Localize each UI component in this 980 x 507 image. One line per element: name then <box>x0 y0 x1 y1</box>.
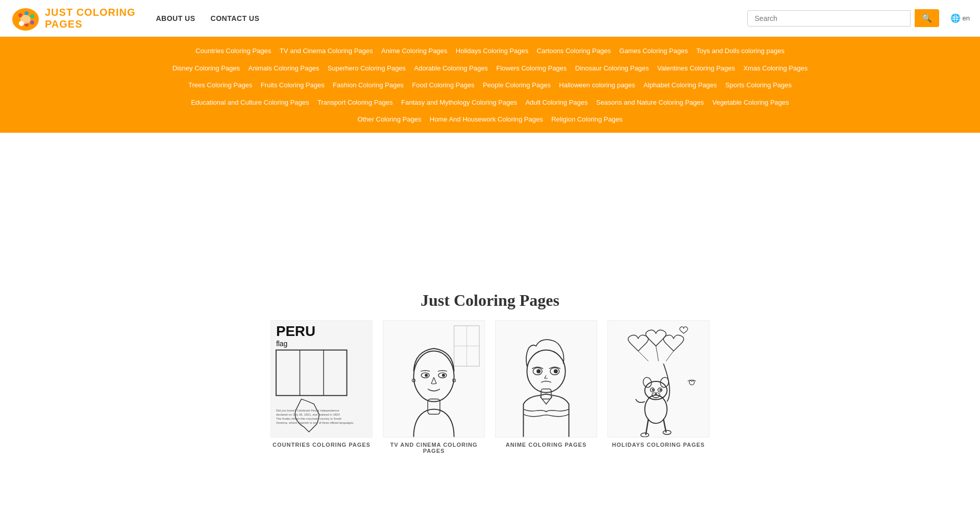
search-button[interactable]: 🔍 <box>915 9 939 27</box>
language-selector[interactable]: 🌐 en <box>950 13 970 23</box>
svg-rect-10 <box>276 350 347 396</box>
card-anime[interactable]: ANIME COLORING PAGES <box>495 320 597 454</box>
woman-portrait-svg <box>383 321 484 437</box>
bluey-balloons-svg <box>608 321 709 437</box>
svg-point-3 <box>30 14 34 18</box>
svg-rect-17 <box>383 321 484 437</box>
nav-other[interactable]: Other Coloring Pages <box>357 115 421 123</box>
svg-point-2 <box>24 11 29 15</box>
orange-nav: Countries Coloring Pages TV and Cinema C… <box>0 37 980 133</box>
nav-food[interactable]: Food Coloring Pages <box>412 81 474 89</box>
card-anime-label: ANIME COLORING PAGES <box>506 442 587 448</box>
nav-row-2: Disney Coloring Pages Animals Coloring P… <box>10 59 970 77</box>
anime-boy-svg <box>496 321 597 437</box>
nav-transport[interactable]: Transport Coloring Pages <box>317 99 393 106</box>
nav-sports[interactable]: Sports Coloring Pages <box>725 81 792 89</box>
nav-disney[interactable]: Disney Coloring Pages <box>173 64 240 72</box>
main-title: Just Coloring Pages <box>0 291 980 310</box>
nav-row-3: Trees Coloring Pages Fruits Coloring Pag… <box>10 76 970 93</box>
svg-point-34 <box>536 369 541 373</box>
svg-point-46 <box>659 389 662 391</box>
logo-link[interactable]: JUST COLORING PAGES <box>10 4 135 32</box>
cards-grid: PERU flag Did you know? Celebrate Peru's… <box>0 320 980 474</box>
nav-xmas[interactable]: Xmas Coloring Pages <box>743 64 807 72</box>
nav-fashion[interactable]: Fashion Coloring Pages <box>333 81 404 89</box>
nav-dinosaur[interactable]: Dinosaur Coloring Pages <box>575 64 649 72</box>
nav-religion[interactable]: Religion Coloring Pages <box>551 115 622 123</box>
nav-toys-dolls[interactable]: Toys and Dolls coloring pages <box>696 47 785 55</box>
search-input[interactable] <box>747 10 911 27</box>
nav-adult[interactable]: Adult Coloring Pages <box>525 99 587 106</box>
nav-row-5: Other Coloring Pages Home And Housework … <box>10 110 970 128</box>
ad-area <box>0 133 980 276</box>
nav-trees[interactable]: Trees Coloring Pages <box>188 81 252 89</box>
nav-vegetable[interactable]: Vegetable Coloring Pages <box>712 99 789 106</box>
globe-icon: 🌐 <box>950 13 961 23</box>
card-tv-cinema-label: TV AND CINEMA COLORING PAGES <box>383 442 485 454</box>
card-tv-cinema-img <box>383 320 485 438</box>
nav-valentines[interactable]: Valentines Coloring Pages <box>657 64 735 72</box>
nav-cartoons[interactable]: Cartoons Coloring Pages <box>537 47 611 55</box>
nav-about[interactable]: ABOUT US <box>156 14 195 22</box>
svg-rect-36 <box>608 321 709 437</box>
svg-rect-29 <box>496 321 597 437</box>
nav-fruits[interactable]: Fruits Coloring Pages <box>261 81 325 89</box>
logo-icon <box>10 4 41 32</box>
nav-people[interactable]: People Coloring Pages <box>483 81 551 89</box>
card-holidays-img <box>607 320 709 438</box>
search-icon: 🔍 <box>922 14 932 22</box>
svg-point-45 <box>652 389 654 391</box>
peru-coloring-svg: PERU flag Did you know? Celebrate Peru's… <box>271 321 372 437</box>
card-countries-img: PERU flag Did you know? Celebrate Peru's… <box>271 320 373 438</box>
nav-games[interactable]: Games Coloring Pages <box>619 47 688 55</box>
nav-tv-cinema[interactable]: TV and Cinema Coloring Pages <box>280 47 373 55</box>
card-holidays-label: HOLIDAYS COLORING PAGES <box>612 442 705 448</box>
svg-point-48 <box>655 393 657 395</box>
main-nav: ABOUT US CONTACT US <box>156 14 259 22</box>
svg-text:Did you know? Celebrate Peru's: Did you know? Celebrate Peru's independe… <box>276 409 339 412</box>
nav-alphabet[interactable]: Alphabet Coloring Pages <box>644 81 717 89</box>
svg-text:America, where Spanish is one : America, where Spanish is one of three o… <box>276 421 354 424</box>
nav-halloween[interactable]: Halloween coloring pages <box>559 81 635 89</box>
nav-superhero[interactable]: Superhero Coloring Pages <box>328 64 406 72</box>
nav-countries[interactable]: Countries Coloring Pages <box>195 47 271 55</box>
svg-point-7 <box>20 15 31 24</box>
card-countries-label: COUNTRIES COLORING PAGES <box>273 442 371 448</box>
nav-educational[interactable]: Educational and Culture Coloring Pages <box>191 99 309 106</box>
svg-text:declared on July 28, 1821, and: declared on July 28, 1821, and realized … <box>276 413 341 416</box>
svg-point-35 <box>554 369 558 373</box>
nav-seasons[interactable]: Seasons and Nature Coloring Pages <box>596 99 704 106</box>
logo-text: JUST COLORING PAGES <box>45 7 135 30</box>
card-anime-img <box>495 320 597 438</box>
svg-point-4 <box>30 20 34 25</box>
svg-point-25 <box>425 374 428 377</box>
nav-row-1: Countries Coloring Pages TV and Cinema C… <box>10 42 970 59</box>
nav-home-housework[interactable]: Home And Housework Coloring Pages <box>430 115 543 123</box>
nav-contact[interactable]: CONTACT US <box>211 14 260 22</box>
nav-adorable[interactable]: Adorable Coloring Pages <box>414 64 488 72</box>
svg-text:PERU: PERU <box>276 323 315 339</box>
language-label: en <box>963 14 970 22</box>
card-holidays[interactable]: HOLIDAYS COLORING PAGES <box>607 320 709 454</box>
card-countries[interactable]: PERU flag Did you know? Celebrate Peru's… <box>271 320 373 454</box>
nav-flowers[interactable]: Flowers Coloring Pages <box>496 64 567 72</box>
svg-text:flag: flag <box>276 340 287 348</box>
nav-row-4: Educational and Culture Coloring Pages T… <box>10 93 970 111</box>
header: JUST COLORING PAGES ABOUT US CONTACT US … <box>0 0 980 37</box>
nav-fantasy[interactable]: Fantasy and Mythology Coloring Pages <box>401 99 517 106</box>
nav-anime[interactable]: Anime Coloring Pages <box>381 47 447 55</box>
card-tv-cinema[interactable]: TV AND CINEMA COLORING PAGES <box>383 320 485 454</box>
nav-animals[interactable]: Animals Coloring Pages <box>248 64 319 72</box>
nav-holidays[interactable]: Holidays Coloring Pages <box>456 47 528 55</box>
svg-point-26 <box>442 374 445 377</box>
search-area: 🔍 🌐 en <box>747 9 970 27</box>
svg-text:The Andes ribbon this mountain: The Andes ribbon this mountain country i… <box>276 417 341 420</box>
